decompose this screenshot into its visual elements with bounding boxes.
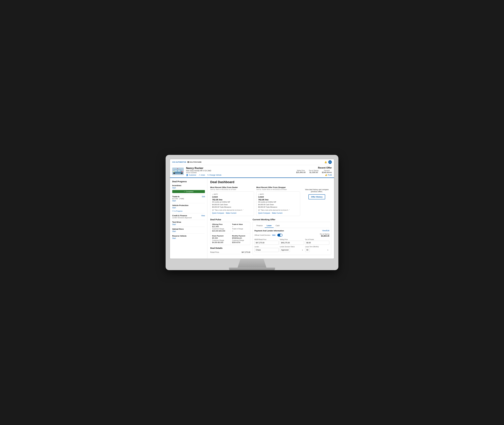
fields-row-2: Lender Lender Decision Status Approved P… — [255, 246, 329, 252]
dealer-offer-amount: 702.05 /mo — [212, 199, 252, 201]
person-icon: 👤 — [186, 174, 188, 176]
credit-decision-toggle[interactable]: ✓ — [277, 234, 282, 237]
customer-name: Nancy Rucker — [186, 167, 294, 170]
toggle-check-icon: ✓ — [281, 234, 281, 236]
fields-row-1: MSRP/Retail Price Selling Price Out of P… — [255, 239, 329, 245]
divider-3 — [172, 213, 205, 213]
sidebar-item-upload-docs: Upload Docs Start — [172, 228, 205, 232]
payment-lender-header: Payment And Lender Information View/Edit — [255, 230, 329, 232]
sidebar-item-test-drive: Test Drive Start — [172, 221, 205, 226]
msrp-label: MSRP/Retail Price — [255, 239, 279, 240]
dealer-quick-compare[interactable]: Quick Compare — [212, 212, 224, 214]
chat-icon-2: 💬 — [258, 209, 260, 211]
tab-cash[interactable]: Cash — [274, 224, 282, 228]
shopper-offer-card: ⌂ AHFC Lease 702.05 /mo 36 months at 0.0… — [256, 192, 300, 216]
credit-decision-row: Official Credit Decision Beta ✓ — [255, 233, 329, 237]
sidebar-item-trade-in: Trade-In Edit $12,000 - [YMM] Start — [172, 195, 205, 202]
lender-decision-field-group: Lender Decision Status Approved Pending … — [280, 246, 304, 252]
selling-price-field-group: Selling Price — [280, 239, 304, 245]
sidebar-item-credit-finance: Credit & Finance View Lender Decisions A… — [172, 214, 205, 219]
dealer-offer-detail: 36 months at 0.00012 MF $4,000.00 Cash D… — [212, 201, 252, 208]
profit-link[interactable]: 💰 Profit — [296, 174, 332, 176]
shopper-make-current[interactable]: Make Current — [272, 212, 282, 214]
dealer-offer-quote: 💬 "Take a look at this deal and let me k… — [212, 209, 252, 211]
main-content: Deal Progress Incentives Start ✓ Complet… — [170, 178, 334, 259]
svg-rect-3 — [173, 173, 175, 174]
customer-info: Nancy Rucker New 2022 Honda HR-V EX 2WD … — [186, 167, 294, 176]
dealer-offer-subtitle: Sent by: Barb on 06/23/2022 at 10:42am — [210, 189, 254, 190]
solution-name: SOLUTION NAME — [188, 161, 202, 163]
bell-icon[interactable]: 🔔 — [324, 161, 327, 163]
top-nav-left: COX AUTOMOTIVE SOLUTION NAME — [172, 161, 202, 163]
dashboard: Deal Dashboard Most Recent Offer From De… — [207, 178, 334, 259]
current-offer-panel: Finance Lease Cash Payment And Lender In… — [253, 222, 331, 255]
svg-rect-4 — [181, 173, 183, 174]
home-icon: ⌂ — [212, 193, 213, 195]
top-nav-right: 🔔 WW — [324, 160, 332, 164]
tab-lease[interactable]: Lease — [265, 224, 274, 228]
reserve-vehicle-start[interactable]: Start — [172, 237, 205, 239]
lender-input[interactable] — [255, 248, 279, 252]
credit-decision-label: Official Credit Decision — [255, 234, 270, 236]
selling-price-input[interactable] — [280, 241, 304, 245]
vehicle-name: New 2022 Honda HR-V EX 2WD — [186, 170, 294, 172]
shopper-offer-column: Most Recent Offer From Shopper Sent by: … — [256, 186, 300, 216]
vehicle-protection-start[interactable]: Start — [172, 207, 205, 209]
dealer-offer-card: ⌂ AHFC Lease 702.05 /mo 36 months at 0.0… — [210, 192, 254, 216]
shopper-offer-amount: 702.05 /mo — [258, 199, 298, 201]
offers-row: Most Recent Offer From Dealer Sent by: B… — [210, 186, 331, 216]
info-icon: ⓘ — [172, 210, 174, 212]
lender-field-group: Lender — [255, 246, 279, 252]
pulse-row-2: Down Payment $5,500 Customer Range $4,00… — [210, 233, 250, 245]
dealer-offer-type: Lease — [212, 196, 252, 198]
lease-term-select[interactable]: 60 36 48 — [305, 248, 310, 252]
tab-finance[interactable]: Finance — [255, 224, 265, 228]
avatar[interactable]: WW — [328, 160, 332, 164]
payment-lender-title: Payment And Lender Information — [255, 230, 284, 232]
upload-docs-start[interactable]: Start — [172, 230, 205, 232]
svg-text:H: H — [177, 168, 178, 169]
lease-term-field-group: Lease Term (Months) 60 36 48 — [305, 246, 329, 252]
divider-1 — [172, 194, 205, 194]
dealer-make-current[interactable]: Make Current — [226, 212, 236, 214]
check-icon: ✓ — [184, 191, 185, 193]
home-icon-2: ⌂ — [258, 193, 259, 195]
sidebar-item-incentives: Incentives Start — [172, 184, 205, 189]
offer-history-button[interactable]: Offer History — [308, 194, 325, 199]
cox-logo: COX AUTOMOTIVE — [172, 161, 186, 163]
customer-actions: 👤 Customer ↗ vAuto ↻ Change Vehicle — [186, 174, 294, 176]
offer-tabs: Finance Lease Cash — [255, 224, 329, 228]
trade-in-edit[interactable]: Edit — [202, 196, 205, 198]
monitor-base — [229, 267, 275, 270]
lender-decision-select[interactable]: Approved Pending Denied — [280, 248, 290, 252]
trade-in-start[interactable]: Start — [172, 200, 205, 202]
shopper-quick-compare[interactable]: Quick Compare — [258, 212, 270, 214]
credit-decision-left: Official Credit Decision Beta ✓ — [255, 234, 282, 237]
msrp-input[interactable] — [255, 241, 279, 245]
recent-offer-title: Recent Offer — [296, 166, 332, 169]
vauto-link[interactable]: ↗ vAuto — [199, 174, 205, 176]
incentives-start[interactable]: Start — [172, 187, 205, 189]
credit-finance-view[interactable]: View — [201, 215, 205, 217]
current-offer-title: Current Working Offer — [253, 218, 331, 221]
out-of-pocket-label: Out of Pocket — [305, 239, 329, 240]
offer-payment: Payment $248.00/mo — [322, 170, 332, 173]
test-drive-start[interactable]: Start — [172, 223, 205, 226]
offer-history-desc: View deal history and compare previous o… — [305, 189, 329, 193]
change-vehicle-icon: ↻ — [207, 174, 209, 176]
status-completed-bar: ✓ Completed — [172, 190, 205, 193]
pulse-cell-offering-price: Offering Price $22,995 Customer Range $2… — [210, 222, 230, 233]
shopper-offer-subtitle: Sent by: Sophie Block on 06/10/2022 at 9… — [256, 189, 300, 190]
car-thumbnail: H — [172, 167, 184, 175]
pulse-grid: Offering Price $22,995 Customer Range $2… — [210, 222, 250, 245]
pulse-cell-monthly-payment: Monthly Payment $598/Month Customer Rang… — [230, 233, 250, 245]
out-of-pocket-input[interactable] — [305, 241, 329, 245]
lease-term-label: Lease Term (Months) — [305, 246, 329, 247]
change-vehicle-link[interactable]: ↻ Change Vehicle — [207, 174, 222, 176]
toggle-knob: ✓ — [280, 234, 282, 236]
customer-link[interactable]: 👤 Customer — [186, 174, 196, 176]
view-edit-link[interactable]: View/Edit — [322, 230, 329, 232]
deal-pulse-section: Deal Pulse Offering Price $22,995 Custom… — [210, 218, 250, 255]
selling-price-label: Selling Price — [280, 239, 304, 240]
offer-selling-price: Selling Price $25,845.00 — [296, 170, 306, 173]
